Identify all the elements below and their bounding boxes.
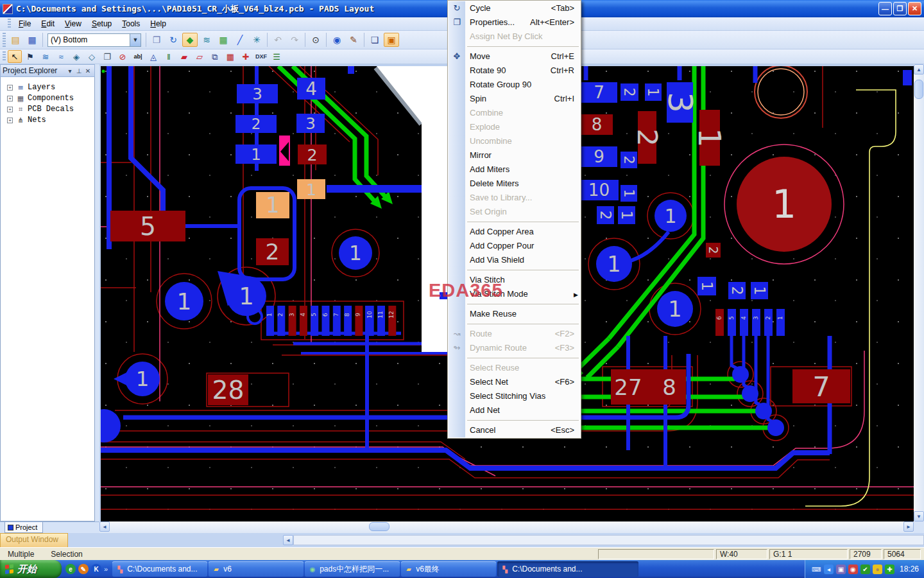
zoom-icon[interactable]: ⊙ (308, 33, 323, 47)
expand-icon[interactable]: + (7, 107, 13, 112)
context-item-rotate-90[interactable]: Rotate 90Ctrl+R (448, 64, 581, 78)
menu-view[interactable]: View (60, 18, 87, 30)
properties-icon[interactable]: ❐ (149, 33, 164, 47)
connector-pin[interactable] (776, 309, 785, 336)
panel-menu-icon[interactable]: ▾ (65, 67, 74, 74)
alert-icon[interactable]: ◉ (848, 565, 858, 574)
tree-item-layers[interactable]: +≡Layers (7, 82, 94, 92)
board-icon[interactable]: ▦ (216, 33, 231, 47)
project-tab[interactable]: Project (4, 522, 43, 533)
update-icon[interactable]: ✚ (885, 565, 894, 574)
volume-icon[interactable]: ● (873, 565, 882, 574)
menu-file[interactable]: File (13, 18, 36, 30)
route-b-icon[interactable]: ≈ (54, 50, 68, 63)
expand-icon[interactable]: + (7, 118, 13, 123)
scroll-left-icon[interactable]: ◄ (99, 521, 110, 532)
save-icon[interactable]: ▦ (24, 33, 40, 47)
connector-pin[interactable] (333, 306, 341, 336)
layer-combo[interactable]: (V) Bottom▼ (47, 33, 141, 47)
copper-a-icon[interactable]: ▰ (177, 50, 191, 63)
task-button-1[interactable]: ▰v6 (209, 561, 304, 577)
scroll-right-icon[interactable]: ► (903, 521, 914, 532)
quick-launch-more-icon[interactable]: » (104, 565, 108, 573)
context-item-select-stitching-vias[interactable]: Select Stitching Vias (448, 389, 581, 403)
hscroll-thumb[interactable] (369, 522, 389, 531)
task-button-4[interactable]: ▚C:\Documents and... (497, 561, 638, 577)
columns-icon[interactable]: ‖ (162, 50, 176, 63)
connector-pin[interactable] (715, 309, 724, 336)
output-scroll-track[interactable] (293, 535, 924, 545)
connector-pin[interactable] (277, 306, 285, 336)
menu-setup[interactable]: Setup (87, 18, 117, 30)
pcb-via[interactable] (742, 385, 758, 402)
combo-dropdown-icon[interactable]: ▼ (130, 34, 141, 46)
horizontal-scrollbar[interactable]: ◄ ► (99, 521, 914, 533)
zoom-select-icon[interactable]: ◉ (329, 33, 345, 47)
text-label-icon[interactable]: ab| (131, 50, 145, 63)
connector-pin[interactable] (764, 309, 773, 336)
select-flag-icon[interactable]: ⚑ (23, 50, 37, 63)
connector-pin[interactable] (311, 306, 318, 336)
expand-icon[interactable]: + (7, 85, 13, 91)
task-button-2[interactable]: ◉pads中怎样把同一... (305, 561, 400, 577)
editor-icon[interactable]: ✎ (78, 564, 89, 574)
restore-button[interactable]: ❐ (893, 2, 907, 15)
context-item-mirror[interactable]: Mirror (448, 148, 581, 162)
dxf-icon[interactable]: DXF (254, 50, 268, 63)
redo-icon[interactable]: ↷ (287, 33, 302, 47)
pcb-via[interactable] (767, 419, 784, 436)
optimize-icon[interactable]: ✳ (249, 33, 264, 47)
context-item-spin[interactable]: SpinCtrl+I (448, 92, 581, 106)
context-item-move[interactable]: ✥MoveCtrl+E (448, 49, 581, 64)
scroll-down-icon[interactable]: ▼ (914, 511, 924, 521)
menu-tools[interactable]: Tools (117, 18, 145, 30)
copper-b-icon[interactable]: ▱ (193, 50, 207, 63)
context-item-cycle[interactable]: ↻Cycle<Tab> (448, 1, 581, 15)
list-icon[interactable]: ☰ (270, 50, 284, 63)
connector-pin[interactable] (355, 306, 363, 336)
pcb-via[interactable] (732, 366, 749, 383)
context-item-via-stitch[interactable]: Via Stitch (448, 273, 581, 287)
menu-help[interactable]: Help (145, 18, 171, 30)
undo-icon[interactable]: ↶ (270, 33, 286, 47)
network-icon[interactable]: ▣ (836, 565, 846, 574)
route-a-icon[interactable]: ≋ (38, 50, 53, 63)
task-button-3[interactable]: ▰v6最终 (401, 561, 496, 577)
close-button[interactable]: ✕ (908, 2, 921, 15)
pad-grid-icon[interactable]: ▦ (223, 50, 237, 63)
keepout-icon[interactable]: ⊘ (116, 50, 130, 63)
connector-pin[interactable] (266, 306, 274, 336)
task-button-0[interactable]: ▚C:\Documents and... (112, 561, 207, 577)
panel-close-icon[interactable]: ✕ (83, 67, 92, 74)
select-window-icon[interactable]: ⧉ (208, 50, 222, 63)
vertical-scrollbar[interactable]: ▲ ▼ (914, 64, 924, 521)
context-item-via-stitch-mode[interactable]: Via Stitch Mode▶ (448, 287, 581, 301)
chevron-icon[interactable]: ◂ (824, 565, 834, 574)
context-item-add-copper-area[interactable]: Add Copper Area (448, 225, 581, 239)
output-scroll-left-icon[interactable]: ◄ (283, 535, 293, 545)
design-toolbox-icon[interactable]: ◆ (182, 33, 198, 47)
context-item-delete-miters[interactable]: Delete Miters (448, 177, 581, 191)
shield-icon[interactable]: ✔ (860, 565, 870, 574)
select-tool-icon[interactable]: ↖ (8, 50, 22, 63)
context-item-add-copper-pour[interactable]: Add Copper Pour (448, 239, 581, 253)
connector-pin[interactable] (289, 306, 296, 336)
vscroll-thumb[interactable] (914, 80, 923, 99)
hatch-b-icon[interactable]: ◇ (85, 50, 99, 63)
connector-pin[interactable] (740, 309, 748, 336)
window-arrow-icon[interactable]: ❏ (367, 33, 382, 47)
connector-pin[interactable] (300, 306, 307, 336)
panel-pin-icon[interactable]: ⊥ (74, 67, 83, 74)
context-item-rotate-group-90[interactable]: Rotate Group 90 (448, 78, 581, 92)
connector-pin[interactable] (752, 309, 760, 336)
measure-icon[interactable]: ╱ (232, 33, 248, 47)
tree-item-nets[interactable]: +⋔Nets (7, 115, 94, 125)
scroll-up-icon[interactable]: ▲ (914, 64, 924, 74)
add-component-icon[interactable]: ✚ (239, 50, 253, 63)
context-item-cancel[interactable]: Cancel<Esc> (448, 423, 581, 437)
context-item-add-net[interactable]: Add Net (448, 403, 581, 417)
redraw-icon[interactable]: ↻ (166, 33, 181, 47)
keyboard-icon[interactable]: ⌨ (812, 565, 821, 574)
connector-pin[interactable] (344, 306, 352, 336)
context-item-select-net[interactable]: Select Net<F6> (448, 375, 581, 389)
